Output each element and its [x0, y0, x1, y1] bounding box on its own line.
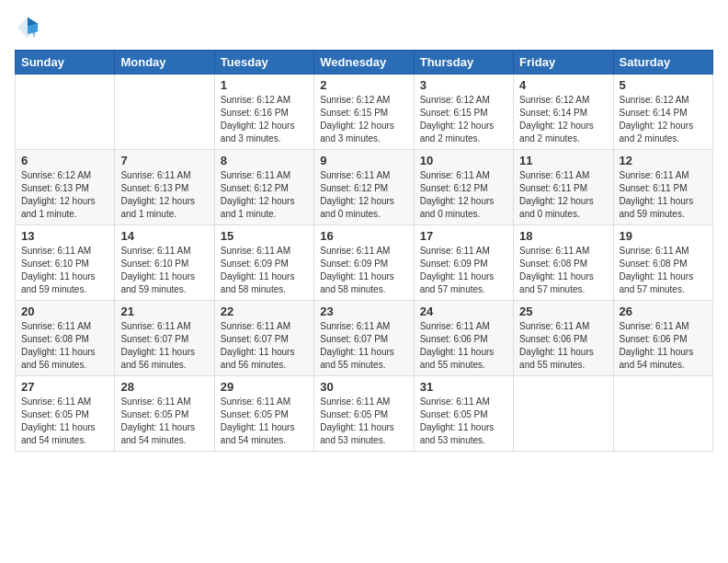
- calendar-cell: 5Sunrise: 6:12 AM Sunset: 6:14 PM Daylig…: [613, 75, 712, 150]
- calendar-cell: 17Sunrise: 6:11 AM Sunset: 6:09 PM Dayli…: [414, 225, 513, 301]
- calendar-cell: 4Sunrise: 6:12 AM Sunset: 6:14 PM Daylig…: [514, 75, 613, 150]
- day-number: 22: [221, 304, 308, 318]
- calendar-cell: 26Sunrise: 6:11 AM Sunset: 6:06 PM Dayli…: [613, 301, 712, 376]
- day-number: 19: [620, 229, 707, 243]
- calendar-cell: [16, 75, 115, 150]
- day-info: Sunrise: 6:11 AM Sunset: 6:05 PM Dayligh…: [21, 396, 108, 447]
- calendar-cell: [613, 376, 712, 452]
- day-header-wednesday: Wednesday: [314, 51, 414, 75]
- day-number: 6: [21, 154, 108, 167]
- calendar-cell: 28Sunrise: 6:11 AM Sunset: 6:05 PM Dayli…: [115, 376, 214, 452]
- day-number: 4: [519, 78, 607, 92]
- day-number: 13: [21, 229, 108, 243]
- day-number: 12: [620, 154, 707, 167]
- day-info: Sunrise: 6:12 AM Sunset: 6:13 PM Dayligh…: [21, 169, 108, 221]
- day-number: 20: [21, 304, 108, 318]
- day-number: 10: [420, 154, 507, 167]
- day-info: Sunrise: 6:11 AM Sunset: 6:08 PM Dayligh…: [21, 320, 108, 372]
- calendar-cell: [514, 376, 613, 452]
- day-number: 23: [320, 304, 407, 318]
- calendar-week-1: 1Sunrise: 6:12 AM Sunset: 6:16 PM Daylig…: [16, 75, 713, 150]
- calendar-cell: 14Sunrise: 6:11 AM Sunset: 6:10 PM Dayli…: [115, 225, 214, 301]
- calendar-cell: 7Sunrise: 6:11 AM Sunset: 6:13 PM Daylig…: [115, 150, 214, 225]
- calendar-cell: 16Sunrise: 6:11 AM Sunset: 6:09 PM Dayli…: [314, 225, 414, 301]
- day-number: 26: [620, 304, 707, 318]
- day-info: Sunrise: 6:11 AM Sunset: 6:11 PM Dayligh…: [519, 169, 607, 221]
- day-number: 27: [21, 380, 108, 394]
- day-info: Sunrise: 6:11 AM Sunset: 6:07 PM Dayligh…: [120, 320, 208, 372]
- day-info: Sunrise: 6:11 AM Sunset: 6:11 PM Dayligh…: [620, 169, 707, 221]
- day-info: Sunrise: 6:11 AM Sunset: 6:10 PM Dayligh…: [120, 245, 208, 296]
- day-number: 24: [420, 304, 507, 318]
- logo-icon: [15, 15, 40, 40]
- calendar-cell: 9Sunrise: 6:11 AM Sunset: 6:12 PM Daylig…: [314, 150, 414, 225]
- calendar-cell: 31Sunrise: 6:11 AM Sunset: 6:05 PM Dayli…: [414, 376, 513, 452]
- day-info: Sunrise: 6:12 AM Sunset: 6:14 PM Dayligh…: [519, 94, 607, 145]
- calendar-cell: 20Sunrise: 6:11 AM Sunset: 6:08 PM Dayli…: [16, 301, 115, 376]
- day-number: 11: [519, 154, 607, 167]
- day-info: Sunrise: 6:11 AM Sunset: 6:12 PM Dayligh…: [420, 169, 507, 221]
- day-header-saturday: Saturday: [613, 51, 712, 75]
- calendar-header-row: SundayMondayTuesdayWednesdayThursdayFrid…: [16, 51, 713, 75]
- day-number: 15: [221, 229, 308, 243]
- day-header-sunday: Sunday: [16, 51, 115, 75]
- day-info: Sunrise: 6:11 AM Sunset: 6:06 PM Dayligh…: [420, 320, 507, 372]
- calendar-week-5: 27Sunrise: 6:11 AM Sunset: 6:05 PM Dayli…: [16, 376, 713, 452]
- day-number: 28: [120, 380, 208, 394]
- calendar-cell: 27Sunrise: 6:11 AM Sunset: 6:05 PM Dayli…: [16, 376, 115, 452]
- calendar-cell: 6Sunrise: 6:12 AM Sunset: 6:13 PM Daylig…: [16, 150, 115, 225]
- day-number: 5: [620, 78, 707, 92]
- day-info: Sunrise: 6:11 AM Sunset: 6:05 PM Dayligh…: [221, 396, 308, 447]
- day-info: Sunrise: 6:12 AM Sunset: 6:14 PM Dayligh…: [620, 94, 707, 145]
- calendar-cell: [115, 75, 214, 150]
- day-info: Sunrise: 6:11 AM Sunset: 6:05 PM Dayligh…: [420, 396, 507, 447]
- day-number: 29: [221, 380, 308, 394]
- calendar-cell: 3Sunrise: 6:12 AM Sunset: 6:15 PM Daylig…: [414, 75, 513, 150]
- logo: [15, 15, 44, 40]
- calendar-cell: 12Sunrise: 6:11 AM Sunset: 6:11 PM Dayli…: [613, 150, 712, 225]
- day-info: Sunrise: 6:11 AM Sunset: 6:05 PM Dayligh…: [320, 396, 407, 447]
- day-info: Sunrise: 6:11 AM Sunset: 6:08 PM Dayligh…: [519, 245, 607, 296]
- calendar-cell: 8Sunrise: 6:11 AM Sunset: 6:12 PM Daylig…: [214, 150, 313, 225]
- calendar-cell: 23Sunrise: 6:11 AM Sunset: 6:07 PM Dayli…: [314, 301, 414, 376]
- day-header-thursday: Thursday: [414, 51, 513, 75]
- calendar-cell: 15Sunrise: 6:11 AM Sunset: 6:09 PM Dayli…: [214, 225, 313, 301]
- day-info: Sunrise: 6:11 AM Sunset: 6:06 PM Dayligh…: [620, 320, 707, 372]
- day-number: 16: [320, 229, 407, 243]
- day-info: Sunrise: 6:11 AM Sunset: 6:06 PM Dayligh…: [519, 320, 607, 372]
- calendar-week-2: 6Sunrise: 6:12 AM Sunset: 6:13 PM Daylig…: [16, 150, 713, 225]
- day-number: 3: [420, 78, 507, 92]
- calendar-cell: 22Sunrise: 6:11 AM Sunset: 6:07 PM Dayli…: [214, 301, 313, 376]
- calendar-cell: 10Sunrise: 6:11 AM Sunset: 6:12 PM Dayli…: [414, 150, 513, 225]
- calendar-week-3: 13Sunrise: 6:11 AM Sunset: 6:10 PM Dayli…: [16, 225, 713, 301]
- day-header-tuesday: Tuesday: [214, 51, 313, 75]
- day-number: 31: [420, 380, 507, 394]
- day-number: 18: [519, 229, 607, 243]
- day-number: 25: [519, 304, 607, 318]
- day-number: 2: [320, 78, 407, 92]
- day-info: Sunrise: 6:11 AM Sunset: 6:05 PM Dayligh…: [120, 396, 208, 447]
- day-info: Sunrise: 6:11 AM Sunset: 6:09 PM Dayligh…: [420, 245, 507, 296]
- calendar-cell: 1Sunrise: 6:12 AM Sunset: 6:16 PM Daylig…: [214, 75, 313, 150]
- calendar-week-4: 20Sunrise: 6:11 AM Sunset: 6:08 PM Dayli…: [16, 301, 713, 376]
- day-header-friday: Friday: [514, 51, 613, 75]
- day-info: Sunrise: 6:11 AM Sunset: 6:12 PM Dayligh…: [221, 169, 308, 221]
- calendar-cell: 25Sunrise: 6:11 AM Sunset: 6:06 PM Dayli…: [514, 301, 613, 376]
- calendar-cell: 2Sunrise: 6:12 AM Sunset: 6:15 PM Daylig…: [314, 75, 414, 150]
- day-number: 14: [120, 229, 208, 243]
- day-info: Sunrise: 6:12 AM Sunset: 6:16 PM Dayligh…: [221, 94, 308, 145]
- calendar-cell: 21Sunrise: 6:11 AM Sunset: 6:07 PM Dayli…: [115, 301, 214, 376]
- day-info: Sunrise: 6:11 AM Sunset: 6:10 PM Dayligh…: [21, 245, 108, 296]
- calendar-cell: 24Sunrise: 6:11 AM Sunset: 6:06 PM Dayli…: [414, 301, 513, 376]
- day-number: 1: [221, 78, 308, 92]
- day-number: 30: [320, 380, 407, 394]
- day-info: Sunrise: 6:11 AM Sunset: 6:09 PM Dayligh…: [221, 245, 308, 296]
- day-number: 17: [420, 229, 507, 243]
- calendar-cell: 30Sunrise: 6:11 AM Sunset: 6:05 PM Dayli…: [314, 376, 414, 452]
- calendar-cell: 19Sunrise: 6:11 AM Sunset: 6:08 PM Dayli…: [613, 225, 712, 301]
- day-info: Sunrise: 6:12 AM Sunset: 6:15 PM Dayligh…: [420, 94, 507, 145]
- calendar-cell: 13Sunrise: 6:11 AM Sunset: 6:10 PM Dayli…: [16, 225, 115, 301]
- calendar-cell: 29Sunrise: 6:11 AM Sunset: 6:05 PM Dayli…: [214, 376, 313, 452]
- day-info: Sunrise: 6:11 AM Sunset: 6:07 PM Dayligh…: [221, 320, 308, 372]
- day-info: Sunrise: 6:11 AM Sunset: 6:09 PM Dayligh…: [320, 245, 407, 296]
